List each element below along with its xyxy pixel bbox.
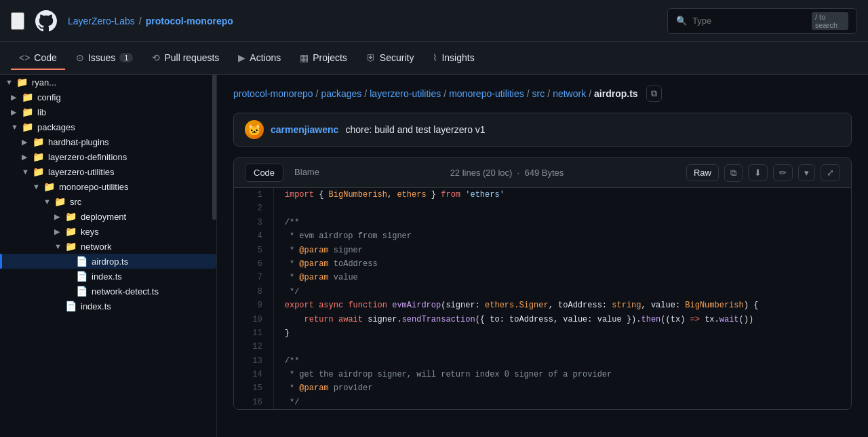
line-number[interactable]: 14 bbox=[234, 368, 273, 381]
tree-item-airdrop-ts[interactable]: 📄 airdrop.ts bbox=[0, 254, 216, 269]
tree-item-keys[interactable]: ▶ 📁 keys bbox=[0, 224, 216, 239]
table-row: 1 import { BigNumberish, ethers } from '… bbox=[234, 188, 851, 202]
hamburger-button[interactable]: ☰ bbox=[11, 12, 24, 30]
breadcrumb-packages[interactable]: packages bbox=[321, 88, 361, 99]
edit-button[interactable]: ✏ bbox=[773, 164, 793, 181]
commit-author[interactable]: carmenjiawenc bbox=[271, 124, 338, 135]
table-row: 3 /** bbox=[234, 216, 851, 229]
tree-item-label: hardhat-plugins bbox=[48, 137, 109, 147]
topbar: ☰ LayerZero-Labs / protocol-monorepo 🔍 /… bbox=[0, 0, 868, 42]
tab-security-label: Security bbox=[380, 52, 414, 63]
folder-icon: 📁 bbox=[43, 181, 55, 192]
code-icon: <> bbox=[19, 52, 30, 63]
line-number[interactable]: 1 bbox=[234, 188, 273, 202]
table-row: 4 * evm airdrop from signer bbox=[234, 229, 851, 243]
sidebar-scrollbar[interactable] bbox=[212, 75, 216, 220]
tree-item-ryan[interactable]: ▼ 📁 ryan... bbox=[0, 75, 216, 90]
tab-projects[interactable]: ▦ Projects bbox=[292, 47, 355, 70]
copy-path-button[interactable]: ⧉ bbox=[646, 86, 662, 102]
line-number[interactable]: 12 bbox=[234, 340, 273, 354]
line-number[interactable]: 16 bbox=[234, 396, 273, 409]
tree-item-hardhat-plugins[interactable]: ▶ 📁 hardhat-plugins bbox=[0, 134, 216, 149]
line-number[interactable]: 9 bbox=[234, 299, 273, 312]
code-table: 1 import { BigNumberish, ethers } from '… bbox=[234, 188, 851, 409]
chevron-right-icon: ▶ bbox=[11, 108, 22, 117]
tab-pull-requests[interactable]: ⟲ Pull requests bbox=[144, 47, 227, 70]
tree-item-layerzero-utilities[interactable]: ▼ 📁 layerzero-utilities bbox=[0, 164, 216, 179]
tree-item-config[interactable]: ▶ 📁 config bbox=[0, 90, 216, 104]
table-row: 6 * @param toAddress bbox=[234, 257, 851, 271]
tree-item-label: ryan... bbox=[32, 77, 56, 88]
folder-icon: 📁 bbox=[22, 92, 33, 102]
current-file-indicator bbox=[0, 254, 2, 269]
tree-item-monorepo-utilities[interactable]: ▼ 📁 monorepo-utilities bbox=[0, 179, 216, 194]
more-options-button[interactable]: ▾ bbox=[798, 164, 815, 181]
tree-item-index-ts-network[interactable]: 📄 index.ts bbox=[0, 269, 216, 284]
tab-issues[interactable]: ⊙ Issues 1 bbox=[68, 47, 142, 70]
line-code: return await signer.sendTransaction({ to… bbox=[273, 313, 851, 326]
download-button[interactable]: ⬇ bbox=[748, 164, 768, 181]
tab-insights-label: Insights bbox=[441, 52, 474, 63]
line-number[interactable]: 3 bbox=[234, 216, 273, 229]
tree-item-label: monorepo-utilities bbox=[59, 182, 129, 192]
breadcrumb-src[interactable]: src bbox=[532, 88, 545, 99]
breadcrumb-protocol-monorepo[interactable]: protocol-monorepo bbox=[233, 88, 313, 99]
line-code: * evm airdrop from signer bbox=[273, 229, 851, 243]
repo-name[interactable]: protocol-monorepo bbox=[146, 16, 233, 26]
tab-actions[interactable]: ▶ Actions bbox=[230, 47, 289, 70]
tree-item-label: index.ts bbox=[81, 301, 111, 311]
raw-button[interactable]: Raw bbox=[686, 164, 719, 181]
tree-item-network[interactable]: ▼ 📁 network bbox=[0, 239, 216, 254]
folder-icon: 📁 bbox=[33, 136, 44, 147]
line-number[interactable]: 10 bbox=[234, 313, 273, 326]
tree-item-lib[interactable]: ▶ 📁 lib bbox=[0, 104, 216, 119]
line-code: * get the airdrop signer, will return in… bbox=[273, 368, 851, 381]
tree-item-network-detect-ts[interactable]: 📄 network-detect.ts bbox=[0, 284, 216, 299]
folder-icon: 📁 bbox=[65, 226, 77, 237]
chevron-down-icon: ▼ bbox=[43, 197, 54, 206]
tab-insights[interactable]: ⌇ Insights bbox=[425, 47, 482, 70]
tree-item-layerzero-definitions[interactable]: ▶ 📁 layerzero-definitions bbox=[0, 149, 216, 164]
folder-icon: 📁 bbox=[54, 196, 66, 207]
org-name[interactable]: LayerZero-Labs bbox=[68, 16, 135, 26]
line-code: */ bbox=[273, 285, 851, 299]
line-number[interactable]: 4 bbox=[234, 229, 273, 243]
line-number[interactable]: 15 bbox=[234, 381, 273, 395]
breadcrumb-monorepo-utilities[interactable]: monorepo-utilities bbox=[449, 88, 524, 99]
line-number[interactable]: 13 bbox=[234, 354, 273, 368]
tab-blame[interactable]: Blame bbox=[286, 164, 328, 182]
search-input[interactable] bbox=[692, 16, 806, 26]
breadcrumb-layerzero-utilities[interactable]: layerzero-utilities bbox=[370, 88, 441, 99]
tree-item-label: layerzero-definitions bbox=[48, 152, 127, 162]
tab-security[interactable]: ⛨ Security bbox=[358, 47, 422, 70]
copy-raw-button[interactable]: ⧉ bbox=[724, 164, 743, 182]
tree-item-index-ts-src[interactable]: 📄 index.ts bbox=[0, 299, 216, 314]
actions-icon: ▶ bbox=[238, 52, 245, 63]
tab-code[interactable]: <> Code bbox=[11, 47, 65, 70]
line-number[interactable]: 8 bbox=[234, 285, 273, 299]
search-icon: 🔍 bbox=[676, 16, 687, 26]
file-icon: 📄 bbox=[76, 256, 87, 267]
fullscreen-button[interactable]: ⤢ bbox=[821, 164, 840, 181]
tree-item-deployment[interactable]: ▶ 📁 deployment bbox=[0, 209, 216, 224]
projects-icon: ▦ bbox=[300, 52, 309, 63]
tree-item-packages[interactable]: ▼ 📁 packages bbox=[0, 119, 216, 134]
tab-issues-label: Issues bbox=[88, 52, 115, 63]
file-actions: Raw ⧉ ⬇ ✏ ▾ ⤢ bbox=[686, 164, 840, 182]
line-number[interactable]: 7 bbox=[234, 271, 273, 284]
line-number[interactable]: 6 bbox=[234, 257, 273, 271]
breadcrumb-network[interactable]: network bbox=[553, 88, 586, 99]
line-code: /** bbox=[273, 216, 851, 229]
line-number[interactable]: 2 bbox=[234, 202, 273, 215]
chevron-down-icon: ▼ bbox=[5, 78, 16, 86]
nav-tabs: <> Code ⊙ Issues 1 ⟲ Pull requests ▶ Act… bbox=[0, 42, 868, 75]
line-number[interactable]: 11 bbox=[234, 326, 273, 340]
search-bar[interactable]: 🔍 / to search bbox=[667, 8, 857, 34]
line-number[interactable]: 5 bbox=[234, 244, 273, 257]
tree-item-src[interactable]: ▼ 📁 src bbox=[0, 194, 216, 209]
tab-code-view[interactable]: Code bbox=[245, 164, 283, 182]
line-code: } bbox=[273, 326, 851, 340]
line-code: export async function evmAirdrop(signer:… bbox=[273, 299, 851, 312]
separator: / bbox=[139, 16, 142, 26]
line-code: import { BigNumberish, ethers } from 'et… bbox=[273, 188, 851, 202]
